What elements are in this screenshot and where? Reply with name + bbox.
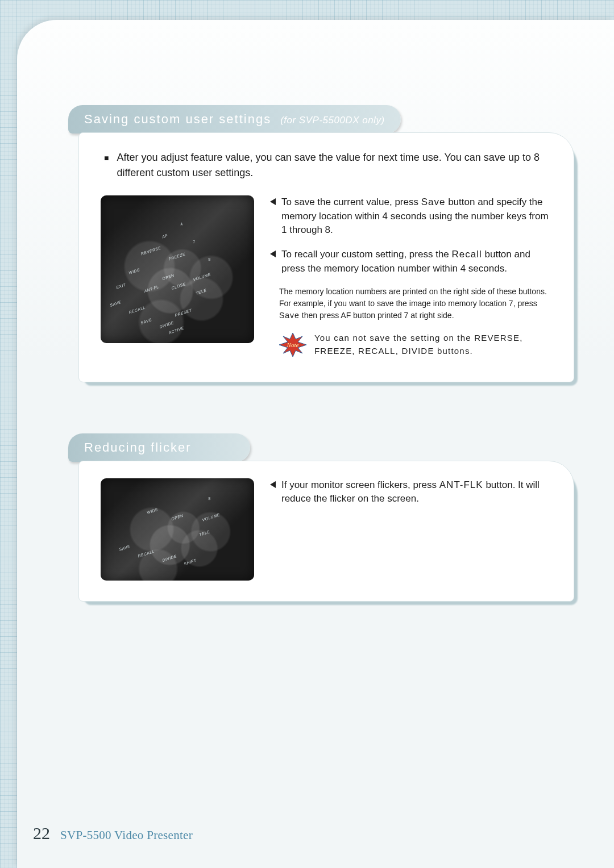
memory-note: The memory location numbers are printed … <box>279 286 552 322</box>
list-text: To save the current value, press Save bu… <box>281 195 552 237</box>
list-text: If your monitor screen flickers, press A… <box>281 478 552 506</box>
list-item: If your monitor screen flickers, press A… <box>270 478 552 506</box>
section-header-saving: Saving custom user settings (for SVP-550… <box>68 105 401 133</box>
remote-lbl: VOLUME <box>202 512 221 522</box>
remote-lbl: ANT-FL <box>143 285 159 293</box>
remote-lbl: DIVIDE <box>162 554 177 562</box>
list-item: To recall your custom setting, press the… <box>270 248 552 276</box>
triangle-left-icon <box>270 251 276 276</box>
remote-lbl: OPEN <box>161 273 175 281</box>
remote-lbl: 8 <box>208 257 211 262</box>
svg-marker-1 <box>270 251 276 257</box>
square-bullet-icon: ■ <box>104 152 109 181</box>
page-number: 22 <box>33 824 50 843</box>
product-name: SVP-5500 Video Presenter <box>60 828 193 842</box>
page-footer: 22 SVP-5500 Video Presenter <box>33 824 193 843</box>
remote-lbl: CLOSE <box>171 282 186 290</box>
section-subtitle: (for SVP-5500DX only) <box>280 115 384 126</box>
section-title: Saving custom user settings <box>84 112 271 127</box>
remote-lbl: ACTIVE <box>168 326 184 335</box>
remote-lbl: WIDE <box>128 268 140 275</box>
right-column: If your monitor screen flickers, press A… <box>270 478 552 516</box>
remote-lbl: RECALL <box>128 305 146 314</box>
note-label: Note <box>287 341 299 348</box>
remote-lbl: 4 <box>180 222 183 226</box>
remote-lbl: 7 <box>192 239 196 244</box>
section-flicker: Reducing flicker 8 WIDE OPEN VOLUME TELE… <box>68 433 574 602</box>
triangle-left-icon <box>270 198 276 237</box>
remote-lbl: DIVIDE <box>159 320 174 329</box>
remote-lbl: WIDE <box>146 507 158 515</box>
remote-illustration: 8 WIDE OPEN VOLUME TELE SAVE RECALL DIVI… <box>101 478 254 581</box>
remote-lbl: SHIFT <box>183 558 197 566</box>
right-column: To save the current value, press Save bu… <box>270 195 552 361</box>
intro-row: ■ After you adjust feature value, you ca… <box>101 150 552 181</box>
remote-lbl: EXIT <box>115 282 126 289</box>
list-text: To recall your custom setting, press the… <box>281 248 552 276</box>
remote-illustration: 4 AF 7 REVERSE FREEZE 8 WIDE OPEN VOLUME… <box>101 195 254 343</box>
svg-marker-4 <box>270 481 276 488</box>
remote-lbl: VOLUME <box>193 273 211 282</box>
remote-lbl: REVERSE <box>140 245 161 256</box>
remote-lbl: TELE <box>196 289 208 296</box>
section-header-flicker: Reducing flicker <box>68 433 250 462</box>
panel-flicker: 8 WIDE OPEN VOLUME TELE SAVE RECALL DIVI… <box>78 461 574 602</box>
page-card: Saving custom user settings (for SVP-550… <box>17 20 614 868</box>
intro-text: After you adjust feature value, you can … <box>117 150 552 181</box>
remote-lbl: TELE <box>198 530 210 537</box>
remote-lbl: OPEN <box>171 513 184 520</box>
section-title: Reducing flicker <box>84 440 192 455</box>
remote-lbl: PRESET <box>174 308 192 317</box>
remote-lbl: FREEZE <box>168 252 185 261</box>
remote-lbl: SAVE <box>110 300 122 307</box>
note-text: You can not save the setting on the REVE… <box>314 332 552 357</box>
panel-saving: ■ After you adjust feature value, you ca… <box>78 132 574 382</box>
note-burst-icon: Note <box>279 333 306 361</box>
remote-lbl: SAVE <box>119 544 131 552</box>
note-row: Note You can not save the setting on the… <box>279 332 552 361</box>
svg-marker-0 <box>270 198 276 205</box>
remote-lbl: AF <box>161 233 168 239</box>
section-saving: Saving custom user settings (for SVP-550… <box>68 105 574 382</box>
remote-lbl: RECALL <box>137 549 155 558</box>
remote-lbl: SAVE <box>140 318 152 325</box>
triangle-left-icon <box>270 481 276 506</box>
remote-lbl: 8 <box>208 496 211 501</box>
list-item: To save the current value, press Save bu… <box>270 195 552 237</box>
